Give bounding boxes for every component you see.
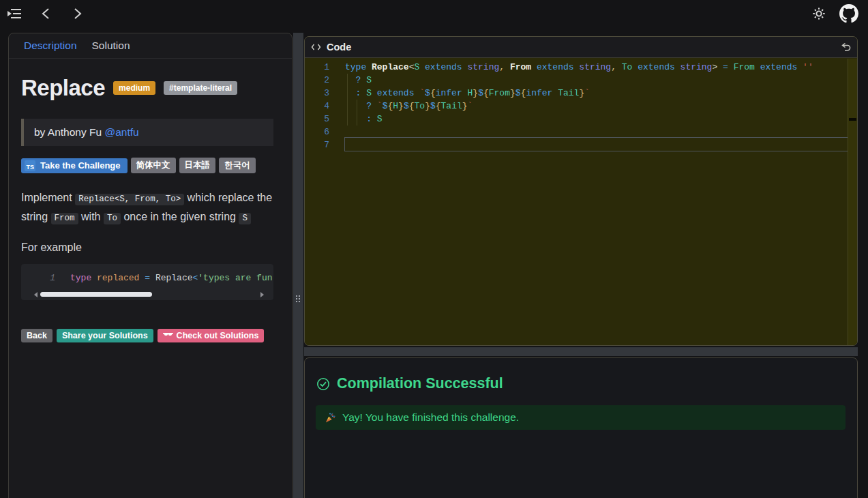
footer-buttons: Back Share your Solutions Check out Solu… [21, 329, 273, 342]
tag-badge[interactable]: #template-literal [164, 81, 237, 95]
inline-code: Replace<S, From, To> [75, 194, 184, 205]
code-line[interactable]: 5 : S [305, 113, 857, 126]
menu-unfold-icon [7, 8, 22, 20]
current-line-highlight [344, 137, 855, 151]
code-panel-title: Code [327, 42, 351, 53]
next-challenge-button[interactable] [68, 3, 88, 24]
indent-guide [347, 74, 348, 126]
inline-code: To [104, 213, 121, 224]
result-panel: Compilation Successful Yay! You have fin… [304, 357, 858, 498]
code-line[interactable]: 2 ? S [305, 74, 857, 87]
editor-scrollbar[interactable] [848, 59, 857, 345]
typescript-logo-icon: TS [25, 160, 35, 171]
settings-button[interactable] [809, 3, 829, 24]
author-text: by Anthony Fu [34, 126, 104, 138]
vertical-splitter[interactable] [293, 33, 303, 498]
back-button[interactable]: Back [21, 329, 53, 342]
compilation-status: Compilation Successful [316, 375, 857, 392]
inline-code: S [239, 213, 251, 224]
chevron-right-icon [74, 8, 82, 20]
author-link[interactable]: @antfu [104, 126, 138, 138]
scroll-right-arrow-icon[interactable] [260, 292, 264, 297]
github-icon [839, 4, 858, 23]
action-buttons: TS Take the Challenge 简体中文 日本語 한국어 [21, 158, 273, 173]
check-circle-icon [316, 377, 330, 391]
language-button-ja[interactable]: 日本語 [179, 158, 216, 173]
code-line[interactable]: 3 : S extends `${infer H}${From}${infer … [305, 87, 857, 100]
difficulty-badge: medium [113, 81, 155, 95]
language-button-ko[interactable]: 한국어 [219, 158, 256, 173]
for-example-label: For example [21, 241, 273, 254]
splitter-grip-icon [296, 295, 297, 297]
code-line[interactable]: 4 ? `${H}${To}${Tail}` [305, 100, 857, 113]
code-editor-panel: Code 1type Replace<S extends string, Fro… [304, 36, 858, 346]
topbar [0, 0, 868, 27]
challenge-description: Implement Replace<S, From, To> which rep… [21, 189, 273, 227]
tab-solution[interactable]: Solution [85, 40, 138, 52]
code-icon [311, 43, 321, 51]
take-challenge-button[interactable]: TS Take the Challenge [21, 158, 128, 173]
success-message-text: Yay! You have finished this challenge. [342, 411, 519, 424]
example-horizontal-scrollbar [21, 291, 273, 297]
success-message-box: Yay! You have finished this challenge. [316, 405, 845, 430]
scroll-left-arrow-icon[interactable] [34, 292, 38, 297]
author-blockquote: by Anthony Fu @antfu [21, 119, 273, 146]
toggle-sidebar-button[interactable] [4, 3, 25, 24]
tabbar: Description Solution [9, 33, 292, 59]
check-solutions-label: Check out Solutions [177, 331, 259, 340]
scrollbar-thumb[interactable] [40, 292, 152, 297]
code-editor[interactable]: 1type Replace<S extends string, From ext… [305, 59, 857, 345]
check-solutions-button[interactable]: Check out Solutions [158, 329, 265, 342]
sunglasses-icon [163, 333, 173, 339]
tab-description[interactable]: Description [16, 40, 85, 52]
horizontal-splitter[interactable] [304, 347, 858, 356]
example-code-line: 1type replaced = Replace<'types are fun!… [21, 273, 273, 283]
language-button-zh[interactable]: 简体中文 [131, 158, 176, 173]
previous-challenge-button[interactable] [35, 3, 56, 24]
scrollbar-mark [849, 118, 856, 121]
gear-icon [811, 6, 826, 21]
share-solutions-button[interactable]: Share your Solutions [57, 329, 153, 342]
party-popper-icon [325, 412, 336, 424]
compilation-status-text: Compilation Successful [337, 375, 503, 392]
example-line-number: 1 [21, 273, 55, 283]
inline-code: From [51, 213, 78, 224]
code-panel-header: Code [305, 37, 857, 58]
example-code-block: 1type replaced = Replace<'types are fun!… [21, 264, 273, 300]
reset-code-icon[interactable] [839, 42, 851, 53]
chevron-left-icon [42, 8, 50, 20]
challenge-panel: Description Solution Replace medium #tem… [8, 33, 293, 498]
code-line[interactable]: 1type Replace<S extends string, From ext… [305, 61, 857, 74]
indent-guide [357, 100, 357, 126]
take-challenge-label: Take the Challenge [40, 160, 121, 171]
github-link[interactable] [839, 3, 859, 24]
page-title: Replace [21, 75, 105, 101]
